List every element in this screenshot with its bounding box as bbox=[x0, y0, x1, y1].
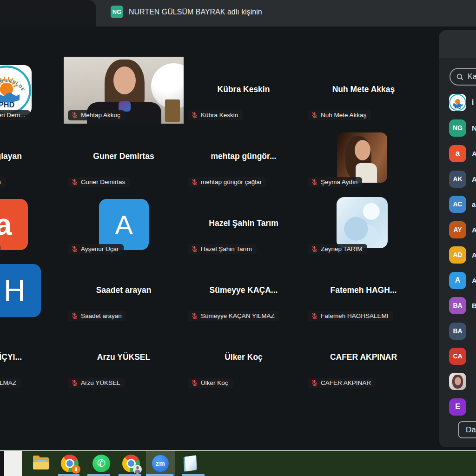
participant-tile[interactable]: Nuh Mete Akkaş Nuh Mete Akkaş bbox=[304, 57, 423, 124]
muted-mic-icon bbox=[191, 245, 198, 252]
muted-mic-icon bbox=[311, 112, 318, 119]
participant-list-item[interactable]: a A bbox=[439, 142, 476, 165]
participant-name-partial: İ bbox=[472, 99, 474, 106]
invite-button[interactable]: Dav bbox=[458, 421, 476, 438]
name-label: ğlayan bbox=[0, 177, 6, 187]
avatar-letter: A bbox=[115, 209, 133, 240]
name-label-text: Hazel Şahin Tarım bbox=[201, 245, 252, 252]
name-label: Arzu YÜKSEL bbox=[68, 378, 125, 388]
participant-name: Sümeyye KAÇA... bbox=[184, 285, 304, 295]
participant-list-item[interactable]: A A bbox=[439, 269, 476, 291]
participant-search-input[interactable]: Ka bbox=[450, 68, 476, 86]
avatar-initials: AY bbox=[453, 226, 462, 233]
participant-list-item[interactable]: AK A bbox=[439, 168, 476, 190]
name-label: CAFER AKPINAR bbox=[308, 378, 376, 388]
initials-avatar: AD bbox=[449, 246, 466, 264]
participant-tile-video[interactable]: Mehtap Akkoç bbox=[64, 57, 184, 124]
participant-list-item[interactable] bbox=[439, 370, 476, 392]
whatsapp-logo: ✆ bbox=[93, 455, 110, 472]
file-explorer-icon[interactable] bbox=[32, 455, 50, 472]
initials-avatar: BA bbox=[449, 323, 466, 340]
participant-tile[interactable]: Saadet arayan Saadet arayan bbox=[64, 258, 184, 324]
participant-tile[interactable]: Ülker Koç Ülker Koç bbox=[184, 324, 304, 391]
participant-name: CAFER AKPINAR bbox=[304, 352, 423, 362]
avatar-initials: E bbox=[455, 403, 460, 411]
participant-list-item[interactable]: PHD İ bbox=[439, 91, 476, 113]
participant-tile[interactable]: Çağlayan ğlayan bbox=[0, 124, 64, 191]
name-label-text: Guner Demirtas bbox=[81, 178, 125, 185]
muted-mic-icon bbox=[311, 312, 318, 319]
name-label: Ayşenur Uçar bbox=[68, 244, 124, 254]
name-label-text: CAFER AKPINAR bbox=[321, 379, 371, 386]
participant-list-item[interactable]: AD A bbox=[439, 244, 476, 266]
participant-tile[interactable]: Hazel Şahin Tarım Hazel Şahin Tarım bbox=[184, 191, 304, 258]
muted-mic-icon bbox=[311, 379, 318, 386]
participant-list-item[interactable]: E bbox=[439, 396, 476, 418]
name-label: Guner Demirtas bbox=[68, 177, 130, 187]
participant-list-item[interactable]: BA bbox=[439, 320, 476, 342]
participant-list-item[interactable]: BA B bbox=[439, 294, 476, 317]
name-label: Saadet arayan bbox=[68, 311, 126, 321]
muted-mic-icon bbox=[311, 178, 318, 185]
phd-logo-avatar: PHD bbox=[449, 94, 466, 111]
participant-tile[interactable]: a sta bbox=[0, 191, 64, 258]
participant-notification-toast[interactable]: NG NURTEN GÜLSÜM BAYRAK adlı kişinin bbox=[111, 6, 262, 18]
name-label-text: Kübra Keskin bbox=[201, 112, 238, 119]
participant-name-partial: A bbox=[472, 251, 476, 259]
participant-name-partial: A bbox=[472, 175, 476, 183]
name-label-text: Sümeyye KAÇAN YILMAZ bbox=[201, 312, 275, 319]
participant-name: Arzu YÜKSEL bbox=[64, 352, 184, 362]
participant-tile[interactable]: A Ayşenur Uçar bbox=[64, 191, 184, 258]
name-label-text: Arzu YÜKSEL bbox=[81, 379, 120, 386]
participant-tile[interactable]: Fatemeh HAGH... Fatemeh HAGHSALEMI bbox=[304, 258, 423, 324]
zoom-logo: zm bbox=[152, 455, 169, 472]
name-label: Ülker Koç bbox=[188, 378, 233, 388]
chrome-icon[interactable] bbox=[61, 455, 79, 472]
notepad-icon[interactable] bbox=[182, 455, 199, 472]
chrome-profile-icon[interactable] bbox=[122, 455, 140, 472]
zoom-app-icon[interactable]: zm bbox=[152, 455, 169, 472]
photo-avatar bbox=[449, 373, 466, 390]
participant-name: Hazel Şahin Tarım bbox=[184, 218, 304, 228]
name-label-text: ğlayan bbox=[0, 178, 1, 185]
profile-photo-avatar bbox=[337, 132, 387, 183]
avatar-initials: BA bbox=[453, 327, 462, 335]
participant-tile[interactable]: A HİÇYI... HİÇYILMAZ bbox=[0, 324, 64, 391]
participant-list-item[interactable]: AC a bbox=[439, 193, 476, 215]
participant-tile[interactable]: Arzu YÜKSEL Arzu YÜKSEL bbox=[64, 324, 184, 391]
participant-name: A HİÇYI... bbox=[0, 352, 64, 362]
abstract-photo-avatar bbox=[337, 197, 388, 248]
muted-mic-icon bbox=[191, 112, 198, 119]
participant-tile[interactable]: Şeyma Aydın bbox=[304, 124, 423, 191]
participant-name-partial: B bbox=[472, 302, 476, 310]
participant-list-item[interactable]: NG N bbox=[439, 117, 476, 139]
participants-panel-header bbox=[439, 30, 476, 58]
participant-tile[interactable]: EMŞİRELERİ DE PHD emşireleri Dern... bbox=[0, 57, 64, 124]
participant-name-partial: A bbox=[472, 226, 476, 234]
whatsapp-icon[interactable]: ✆ bbox=[93, 455, 110, 472]
profile-overlay-icon bbox=[133, 465, 142, 474]
taskbar-white-window-strip bbox=[4, 451, 22, 476]
participant-tile[interactable]: mehtap güngör... mehtap güngör çağlar bbox=[184, 124, 304, 191]
participant-tile[interactable]: Zeynep TARIM bbox=[304, 191, 423, 258]
muted-mic-icon bbox=[311, 245, 318, 252]
name-label: Şeyma Aydın bbox=[308, 177, 362, 187]
name-label-text: Ayşenur Uçar bbox=[81, 245, 119, 252]
participant-list-item[interactable]: AY A bbox=[439, 218, 476, 241]
participant-tile[interactable]: Guner Demirtas Guner Demirtas bbox=[64, 124, 184, 191]
folder-front bbox=[33, 462, 49, 469]
participant-name: Çağlayan bbox=[0, 152, 64, 161]
muted-mic-icon bbox=[191, 178, 198, 185]
participant-tile[interactable]: Sümeyye KAÇA... Sümeyye KAÇAN YILMAZ bbox=[184, 258, 304, 324]
avatar-face bbox=[455, 377, 461, 385]
participant-tile[interactable]: H oç bbox=[0, 258, 64, 324]
muted-mic-icon bbox=[71, 379, 78, 386]
name-label-text: Zeynep TARIM bbox=[321, 245, 363, 252]
participant-tile[interactable]: Kübra Keskin Kübra Keskin bbox=[184, 57, 304, 124]
participant-tile[interactable]: CAFER AKPINAR CAFER AKPINAR bbox=[304, 324, 423, 391]
notification-badge-icon bbox=[72, 465, 80, 474]
avatar-face bbox=[355, 140, 370, 160]
participants-panel: Ka PHD İ NG N a A AK A AC a AY A A bbox=[439, 30, 476, 447]
participant-list-item[interactable]: CA bbox=[439, 345, 476, 367]
top-left-corner-block bbox=[0, 0, 96, 26]
